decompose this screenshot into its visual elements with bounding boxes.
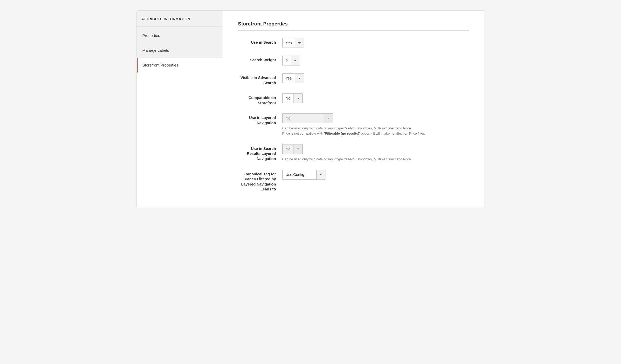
label-search-weight: Search Weight	[238, 56, 282, 63]
select-value: No	[283, 114, 324, 123]
chevron-down-icon	[324, 114, 333, 123]
sidebar-wrap: ATTRIBUTE INFORMATION Properties Manage …	[137, 11, 223, 208]
helper-text: Can be used only with catalog input type…	[282, 126, 412, 130]
label-search-layered-nav: Use in Search Results Layered Navigation	[238, 144, 282, 162]
label-use-in-search: Use in Search	[238, 38, 282, 45]
row-visible-advanced: Visible in Advanced Search Yes	[238, 73, 469, 85]
chevron-down-icon	[295, 38, 304, 48]
section-title: Storefront Properties	[238, 21, 469, 31]
label-layered-nav: Use in Layered Navigation	[238, 113, 282, 125]
select-search-layered-nav: No	[282, 144, 303, 154]
row-use-in-search: Use in Search Yes	[238, 38, 469, 48]
sidebar-item-manage-labels[interactable]: Manage Labels	[137, 43, 223, 58]
label-canonical: Canonical Tag for Pages Filtered by Laye…	[238, 170, 282, 192]
sidebar-blank	[137, 72, 223, 176]
sidebar-item-properties[interactable]: Properties	[137, 28, 223, 43]
select-layered-nav: No	[282, 113, 333, 123]
select-value: 5	[283, 56, 291, 65]
select-visible-advanced[interactable]: Yes	[282, 73, 304, 83]
select-value: Use Config	[283, 170, 316, 179]
sidebar-body: Properties Manage Labels Storefront Prop…	[137, 27, 223, 72]
chevron-down-icon	[295, 74, 304, 83]
sidebar-header: ATTRIBUTE INFORMATION	[137, 11, 223, 27]
sidebar-item-storefront-properties[interactable]: Storefront Properties	[137, 58, 223, 72]
helper-search-layered-nav: Can be used only with catalog input type…	[282, 157, 449, 162]
chevron-down-icon	[316, 170, 325, 179]
row-search-weight: Search Weight 5	[238, 56, 469, 65]
sidebar: ATTRIBUTE INFORMATION Properties Manage …	[137, 11, 223, 72]
chevron-down-icon	[291, 56, 300, 65]
select-value: No	[283, 144, 294, 154]
select-comparable[interactable]: No	[282, 93, 303, 103]
select-use-in-search[interactable]: Yes	[282, 38, 304, 48]
row-comparable: Comparable on Storefront No	[238, 93, 469, 105]
select-value: Yes	[283, 38, 295, 48]
helper-layered-nav: Can be used only with catalog input type…	[282, 126, 449, 136]
select-search-weight[interactable]: 5	[282, 56, 300, 65]
row-canonical: Canonical Tag for Pages Filtered by Laye…	[238, 170, 469, 192]
select-canonical[interactable]: Use Config	[282, 170, 325, 180]
select-value: No	[283, 94, 294, 103]
label-visible-advanced: Visible in Advanced Search	[238, 73, 282, 85]
label-comparable: Comparable on Storefront	[238, 93, 282, 105]
row-layered-nav: Use in Layered Navigation No Can be used…	[238, 113, 469, 136]
row-search-layered-nav: Use in Search Results Layered Navigation…	[238, 144, 469, 162]
attribute-panel: ATTRIBUTE INFORMATION Properties Manage …	[136, 10, 485, 208]
chevron-down-icon	[293, 144, 302, 154]
main-content: Storefront Properties Use in Search Yes …	[223, 11, 485, 208]
helper-text: Price is not compatible with	[282, 131, 324, 135]
helper-text: option - it will make no affect on Price…	[360, 131, 425, 135]
helper-text-bold: 'Filterable (no results)'	[324, 131, 360, 135]
chevron-down-icon	[293, 94, 302, 103]
select-value: Yes	[283, 74, 295, 83]
